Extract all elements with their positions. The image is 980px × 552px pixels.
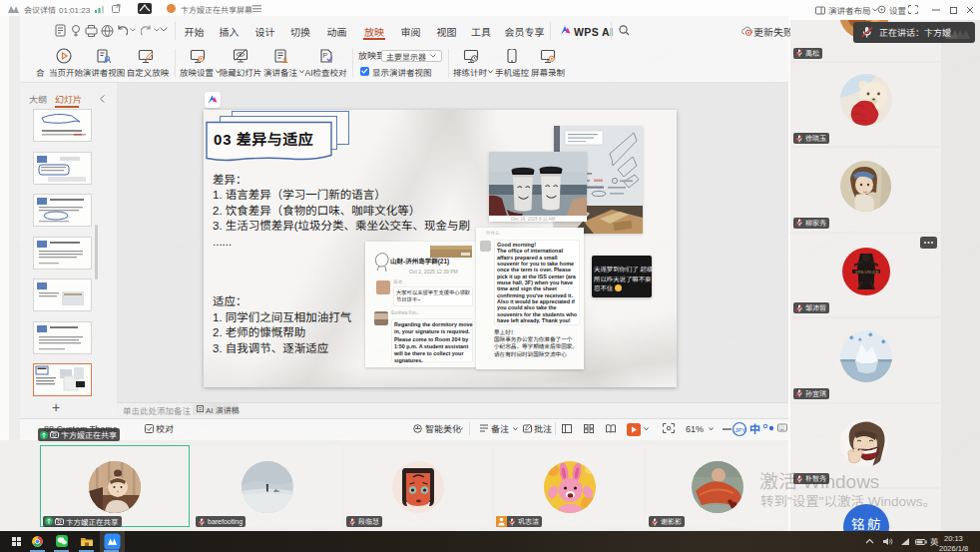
- svg-text:P: P: [323, 52, 328, 59]
- svg-text:STRANGER: STRANGER: [855, 270, 879, 275]
- svg-text:JPY: JPY: [735, 427, 745, 433]
